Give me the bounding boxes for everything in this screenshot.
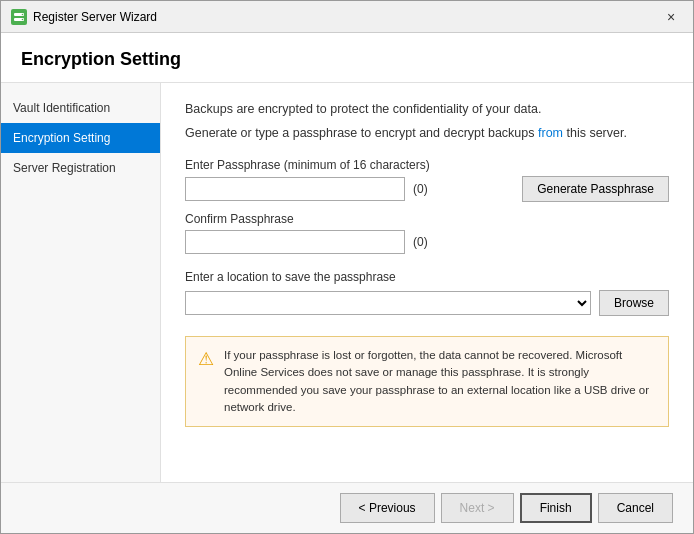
location-row: Browse <box>185 290 669 316</box>
confirm-passphrase-input[interactable] <box>185 230 405 254</box>
info-line-2-highlight: from <box>538 126 563 140</box>
location-select[interactable] <box>185 291 591 315</box>
generate-passphrase-button[interactable]: Generate Passphrase <box>522 176 669 202</box>
sidebar-item-encryption-setting[interactable]: Encryption Setting <box>1 123 160 153</box>
location-label: Enter a location to save the passphrase <box>185 270 669 284</box>
passphrase-input[interactable] <box>185 177 405 201</box>
confirm-passphrase-section: Confirm Passphrase (0) <box>185 212 669 254</box>
sidebar-item-vault-identification[interactable]: Vault Identification <box>1 93 160 123</box>
confirm-char-count: (0) <box>413 235 443 249</box>
info-line-2-suffix: this server. <box>563 126 627 140</box>
title-bar: Register Server Wizard × <box>1 1 693 33</box>
previous-button[interactable]: < Previous <box>340 493 435 523</box>
dialog-footer: < Previous Next > Finish Cancel <box>1 482 693 533</box>
info-line-2-prefix: Generate or type a passphrase to encrypt… <box>185 126 538 140</box>
warning-box: ⚠ If your passphrase is lost or forgotte… <box>185 336 669 427</box>
page-title: Encryption Setting <box>21 49 673 70</box>
warning-text: If your passphrase is lost or forgotten,… <box>224 347 656 416</box>
main-content: Backups are encrypted to protect the con… <box>161 83 693 482</box>
register-server-wizard-dialog: Register Server Wizard × Encryption Sett… <box>0 0 694 534</box>
sidebar: Vault Identification Encryption Setting … <box>1 83 161 482</box>
passphrase-char-count: (0) <box>413 182 443 196</box>
title-bar-title: Register Server Wizard <box>33 10 157 24</box>
warning-icon: ⚠ <box>198 348 214 370</box>
browse-button[interactable]: Browse <box>599 290 669 316</box>
sidebar-item-server-registration[interactable]: Server Registration <box>1 153 160 183</box>
svg-point-3 <box>22 18 24 20</box>
dialog-header: Encryption Setting <box>1 33 693 83</box>
cancel-button[interactable]: Cancel <box>598 493 673 523</box>
dialog-body: Vault Identification Encryption Setting … <box>1 83 693 482</box>
info-line-2: Generate or type a passphrase to encrypt… <box>185 125 669 143</box>
location-section: Enter a location to save the passphrase … <box>185 270 669 316</box>
close-button[interactable]: × <box>659 7 683 27</box>
svg-point-2 <box>22 13 24 15</box>
passphrase-section: Enter Passphrase (minimum of 16 characte… <box>185 158 669 202</box>
confirm-passphrase-label: Confirm Passphrase <box>185 212 669 226</box>
info-line-1: Backups are encrypted to protect the con… <box>185 101 669 119</box>
confirm-passphrase-row: (0) <box>185 230 669 254</box>
passphrase-row: (0) Generate Passphrase <box>185 176 669 202</box>
next-button[interactable]: Next > <box>441 493 514 523</box>
server-icon <box>11 9 27 25</box>
passphrase-label: Enter Passphrase (minimum of 16 characte… <box>185 158 669 172</box>
finish-button[interactable]: Finish <box>520 493 592 523</box>
title-bar-left: Register Server Wizard <box>11 9 157 25</box>
